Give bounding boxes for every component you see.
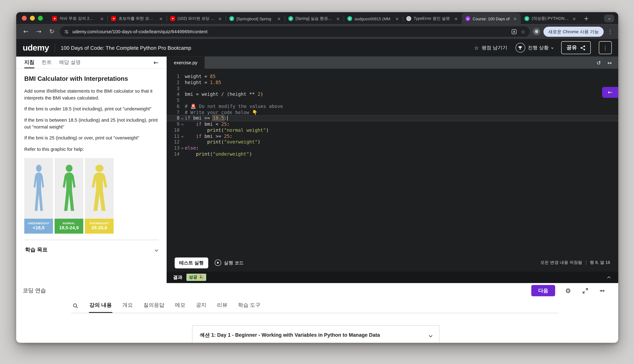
settings-gear-icon[interactable]: ⚙ [564,287,572,295]
code-line[interactable]: 1weight = 85 [166,74,618,80]
browser-tab[interactable]: [Springboot] Spring× [226,13,284,24]
url-text[interactable]: udemy.com/course/100-days-of-code/learn/… [72,29,208,34]
share-button[interactable]: 공유 [561,41,591,54]
translate-icon[interactable] [512,29,517,34]
back-button[interactable]: ← [21,27,31,36]
tab-close-icon[interactable]: × [335,16,341,21]
course-tab[interactable]: 메모 [174,298,186,313]
chevron-down-icon [608,17,610,20]
reset-code-icon[interactable]: ↺ [596,60,601,66]
leave-rating-button[interactable]: ☆ 평점 남기기 [474,44,507,51]
collapse-horizontal-icon[interactable] [598,287,606,295]
leave-rating-label: 평점 남기기 [482,44,507,51]
instruction-tab[interactable]: 해답 설명 [59,56,81,68]
velog-favicon [288,16,293,21]
code-editor-pane: exercise.py ↺ ↔ 1weight = 852height = 1.… [166,56,618,283]
code-line[interactable]: 11 if bmi >= 25: [166,133,618,139]
code-line[interactable]: 4bmi = weight / (height ** 2) [166,92,618,97]
extension-icon[interactable] [533,28,540,35]
browser-menu-icon[interactable]: ⋮ [607,28,613,34]
chrome-update-chip[interactable]: 새로운 Chrome 사용 가능 [543,26,604,37]
status-divider [586,260,586,265]
file-tab[interactable]: exercise.py [166,56,205,69]
fold-chevron-icon[interactable] [180,145,185,151]
browser-tab[interactable]: TypeError 원인 설명× [403,13,462,24]
instruction-tab[interactable]: 힌트 [42,56,52,68]
instruction-tab[interactable]: 지침 [24,56,34,68]
tab-close-icon[interactable]: × [158,16,164,21]
course-footer: 코딩 연습 다음 ⚙ 강의 내용개요질의응답메모공지리뷰학습 도구 섹션 1: … [16,283,618,343]
code-line[interactable]: 13else: [166,145,618,151]
code-line[interactable]: 10 print("normal weight") [166,127,618,133]
browser-tab[interactable]: audguss00915 (MM× [344,13,403,24]
course-options-menu-button[interactable]: ⋮ [599,41,612,54]
bmi-category-label: NORMAL [63,222,75,225]
chevron-down-icon [155,248,158,252]
course-tab[interactable]: 리뷰 [216,298,228,313]
code-line[interactable]: 7# Write your code below 👇 [166,109,618,115]
gutter-spacer [180,109,185,115]
search-icon[interactable] [71,302,79,310]
tab-title: 자바 무료 강의 2시간 완 [60,16,96,21]
tab-close-icon[interactable]: × [99,16,105,21]
gutter-spacer [180,92,185,97]
course-tab[interactable]: 공지 [196,298,207,313]
course-tab[interactable]: 개요 [122,298,134,313]
tab-close-icon[interactable]: × [453,16,459,21]
collapse-pane-arrow-icon[interactable]: ← [153,59,158,66]
course-tab[interactable]: 질의응답 [143,298,165,313]
browser-tab[interactable]: Course: 100 Days of× [462,13,521,24]
code-line[interactable]: 12 print("overweight") [166,139,618,145]
course-tab[interactable]: 강의 내용 [89,298,112,313]
run-tests-button[interactable]: 테스트 실행 [175,257,208,268]
code-line[interactable]: 2height = 1.85 [166,80,618,86]
tab-close-icon[interactable]: × [512,16,518,21]
browser-tab[interactable]: (102) 파이썬 코딩 무료× [166,13,226,24]
fold-chevron-icon[interactable] [180,115,185,121]
fullscreen-expand-icon[interactable] [581,287,589,295]
tab-close-icon[interactable]: × [394,16,400,21]
forward-button[interactable]: → [34,27,44,36]
browser-tab[interactable]: 자바 무료 강의 2시간 완× [48,13,108,24]
fullscreen-window-button[interactable] [38,16,43,20]
udemy-logo[interactable]: udemy [22,43,49,52]
resize-horizontal-icon[interactable]: ↔ [607,60,612,66]
new-tab-button[interactable]: + [582,14,591,24]
run-code-button[interactable]: 실행 코드 [214,260,244,266]
learning-objectives-accordion[interactable]: 학습 목표 [24,240,158,254]
next-button[interactable]: 다음 [531,285,555,296]
site-settings-icon[interactable] [64,29,69,34]
fold-chevron-icon[interactable] [180,121,185,127]
back-to-lecture-button[interactable]: ← [602,87,618,98]
tab-close-icon[interactable]: × [276,16,282,21]
tab-search-button[interactable] [604,14,614,22]
share-icon [580,45,586,50]
close-window-button[interactable] [22,16,27,20]
code-area[interactable]: 1weight = 852height = 1.8534bmi = weight… [166,69,618,254]
results-bar[interactable]: 결과 성공 🎉 [166,272,618,283]
minimize-window-button[interactable] [30,16,35,20]
section-accordion[interactable]: 섹션 1: Day 1 - Beginner - Working with Va… [192,325,440,343]
tab-close-icon[interactable]: × [217,16,223,21]
browser-tab[interactable]: (작성중) PYTHON Day× [521,13,580,24]
tab-close-icon[interactable]: × [571,16,577,21]
fold-chevron-icon[interactable] [180,133,185,139]
code-text: print("normal weight") [185,127,618,133]
code-line[interactable]: 14 print("underweight") [166,151,618,157]
browser-tab[interactable]: [Spring] 실습 환경 구성× [285,13,344,24]
browser-tab[interactable]: 초보자를 위한 코딩 공부× [108,13,166,24]
code-line[interactable]: 5 [166,98,618,104]
bookmark-star-icon[interactable]: ☆ [521,28,526,34]
course-title[interactable]: 100 Days of Code: The Complete Python Pr… [61,44,191,51]
code-line[interactable]: 3 [166,86,618,92]
reload-button[interactable]: ↻ [47,27,57,36]
address-bar[interactable]: udemy.com/course/100-days-of-code/learn/… [60,26,530,37]
course-tab[interactable]: 학습 도구 [238,298,261,313]
progress-dropdown[interactable]: 진행 상황 [516,43,553,52]
code-line[interactable]: 8if bmi >= 18.5: [166,115,618,121]
header-divider [54,43,55,52]
code-line[interactable]: 9 if bmi < 25: [166,121,618,127]
header-actions: ☆ 평점 남기기 진행 상황 공유 [474,41,612,54]
code-line[interactable]: 6# 🚨 Do not modify the values above [166,104,618,109]
expand-results-button[interactable] [608,274,610,281]
